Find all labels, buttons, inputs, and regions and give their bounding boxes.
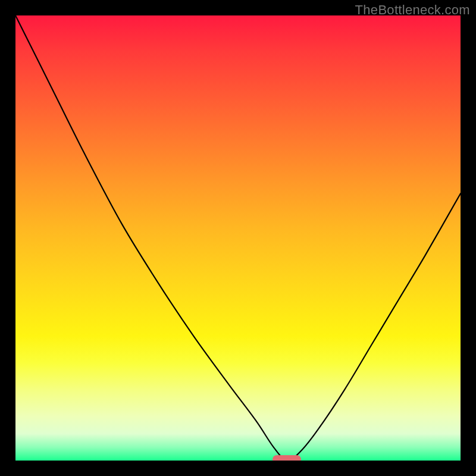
plot-area	[15, 15, 461, 461]
trough-marker	[273, 455, 301, 461]
bottleneck-curve	[15, 15, 461, 461]
chart-frame: TheBottleneck.com	[0, 0, 476, 476]
